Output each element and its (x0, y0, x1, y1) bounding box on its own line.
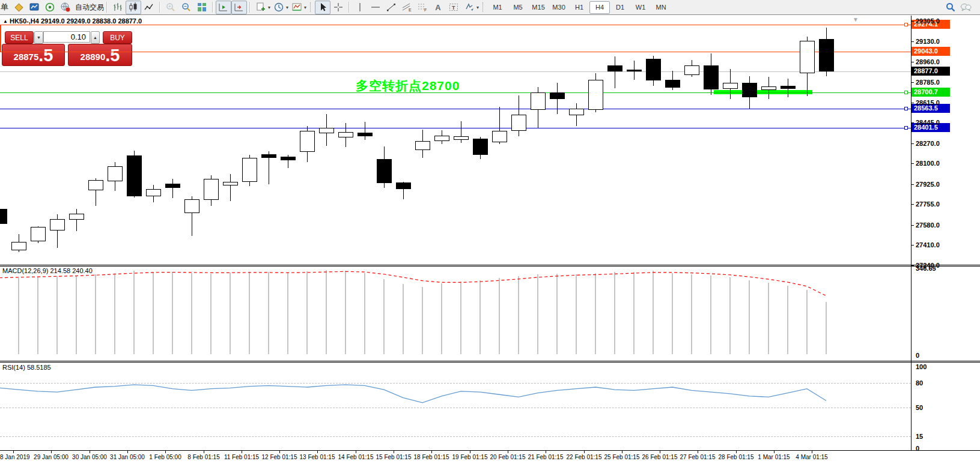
price-level-line-29043.0[interactable] (0, 52, 911, 52)
timeframe-H1[interactable]: H1 (569, 1, 589, 14)
timeframe-M5[interactable]: M5 (508, 1, 528, 14)
rsi-panel-separator[interactable] (0, 361, 980, 363)
new-order-button[interactable]: 单 (1, 2, 8, 13)
autotrading-label[interactable]: 自动交易 (75, 2, 104, 13)
price-tick-mark (911, 143, 914, 144)
fibonacci-tool-icon[interactable]: F (415, 1, 430, 14)
timeframe-D1[interactable]: D1 (610, 1, 630, 14)
bar-chart-icon[interactable] (110, 1, 126, 14)
timeframe-M1[interactable]: M1 (487, 1, 508, 14)
candle (88, 180, 103, 190)
date-label: 4 Mar 01:15 (796, 454, 827, 460)
price-level-line-28401.5[interactable] (0, 128, 911, 128)
price-tick-label: 28785.0 (916, 78, 940, 86)
chart-shift-marker[interactable]: ▼ (853, 16, 859, 23)
horizontal-line-tool-icon[interactable] (368, 1, 383, 14)
date-label: 29 Jan 05:00 (34, 454, 68, 460)
buy-button[interactable]: BUY (103, 31, 132, 44)
price-tick-mark (911, 184, 914, 185)
candle-wick (615, 56, 615, 88)
macd-histogram-bar (191, 273, 192, 354)
date-label: 19 Feb 01:15 (452, 454, 488, 460)
autotrading-icon[interactable] (58, 1, 73, 14)
vertical-line-tool-icon[interactable] (352, 1, 368, 14)
timeframe-M30[interactable]: M30 (549, 1, 569, 14)
candle (473, 139, 488, 155)
line-chart-icon[interactable] (141, 1, 157, 14)
line-handle[interactable] (904, 91, 908, 94)
cursor-tool-icon[interactable] (315, 1, 330, 14)
zoom-in-icon[interactable] (163, 1, 178, 14)
price-badge[interactable]: 28877.0 (912, 67, 950, 76)
macd-histogram-bar (460, 282, 461, 354)
volume-decrease-button[interactable]: ▼ (34, 31, 43, 44)
macd-histogram-bar (653, 271, 654, 354)
new-chart-icon[interactable] (253, 1, 269, 14)
crosshair-tool-icon[interactable] (330, 1, 346, 14)
sell-button[interactable]: SELL (5, 31, 34, 44)
timeframe-H4[interactable]: H4 (589, 1, 610, 14)
candlestick-chart-icon[interactable] (126, 1, 141, 14)
candle (723, 83, 738, 89)
price-level-line-28563.5[interactable] (0, 109, 911, 109)
collapse-triangle-icon[interactable]: ▲ (3, 19, 8, 24)
price-badge[interactable]: 29043.0 (912, 47, 950, 56)
macd-histogram-bar (364, 273, 365, 354)
template-dropdown[interactable]: ▾ (304, 5, 306, 10)
trendline-tool-icon[interactable] (383, 1, 399, 14)
price-level-line-29274.1[interactable] (0, 25, 911, 25)
volume-increase-button[interactable]: ▲ (91, 31, 100, 44)
chart-annotation-text[interactable]: 多空转折点28700 (356, 77, 460, 94)
line-handle[interactable] (904, 23, 908, 26)
signal-icon[interactable] (42, 1, 58, 14)
macd-histogram-bar (345, 271, 346, 354)
price-badge[interactable]: 28700.7 (912, 88, 950, 97)
timeframe-M15[interactable]: M15 (528, 1, 549, 14)
candle (704, 65, 719, 89)
buy-price-fraction: .5 (105, 47, 120, 64)
sell-price-main: 28875 (14, 50, 39, 64)
tile-windows-icon[interactable] (194, 1, 210, 14)
price-level-line-28877.0[interactable] (0, 71, 911, 72)
timeframe-MN[interactable]: MN (651, 1, 671, 14)
price-level-line-28700.7[interactable] (0, 92, 911, 93)
candle (146, 189, 161, 196)
rect-left-edge[interactable] (0, 25, 1, 52)
price-tick-mark (911, 122, 914, 123)
candle (281, 157, 296, 160)
price-tick-mark (911, 82, 914, 83)
macd-histogram-bar (306, 271, 308, 354)
label-tool-icon[interactable]: T (446, 1, 461, 14)
period-dropdown[interactable]: ▾ (286, 5, 288, 10)
new-chart-dropdown[interactable]: ▾ (268, 5, 270, 10)
candle (11, 242, 26, 250)
sell-price-button[interactable]: 28875 .5 (2, 44, 65, 66)
buy-price-button[interactable]: 28890 .5 (68, 44, 132, 66)
market-watch-icon[interactable] (26, 1, 42, 14)
candle (761, 86, 776, 90)
arrows-tool-icon[interactable] (461, 1, 477, 14)
rsi-level-line (0, 383, 911, 384)
zoom-out-icon[interactable] (178, 1, 194, 14)
chat-icon[interactable] (958, 1, 974, 14)
macd-label: MACD(12,26,9) 214.58 240.40 (2, 267, 93, 274)
arrows-dropdown[interactable]: ▾ (476, 5, 479, 10)
template-icon[interactable] (289, 1, 305, 14)
line-handle[interactable] (904, 107, 908, 110)
candle (511, 115, 526, 131)
text-tool-icon[interactable]: A (430, 1, 446, 14)
toolbar-separator (348, 2, 350, 13)
volume-input[interactable] (43, 31, 90, 43)
macd-panel-separator[interactable] (0, 265, 980, 267)
gold-seal-icon[interactable] (11, 1, 26, 14)
period-clock-icon[interactable] (271, 1, 287, 14)
auto-scroll-icon[interactable] (216, 1, 231, 14)
equidistant-channel-tool-icon[interactable]: E (399, 1, 415, 14)
line-handle[interactable] (904, 126, 908, 130)
price-tick-label: 28100.0 (916, 159, 940, 167)
timeframe-W1[interactable]: W1 (630, 1, 651, 14)
chart-shift-icon[interactable] (231, 1, 247, 14)
search-icon[interactable] (943, 1, 958, 14)
candle (204, 179, 219, 200)
rsi-axis-label: 100 (916, 363, 927, 371)
